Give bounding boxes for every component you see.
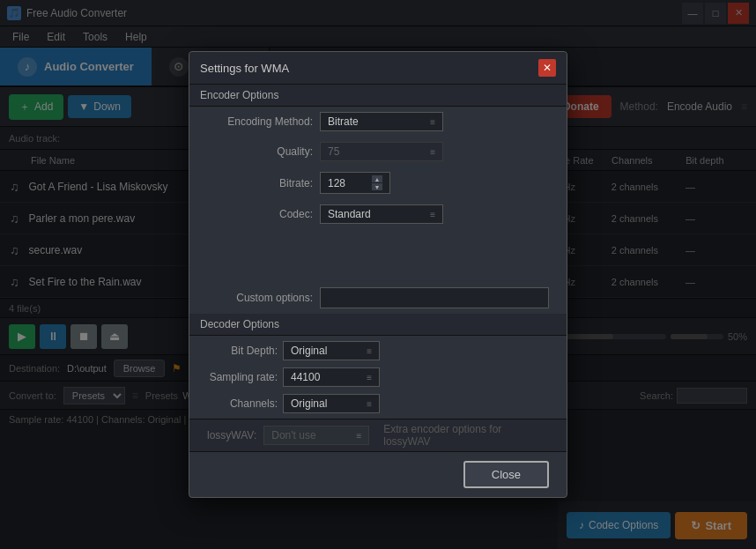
sampling-rate-label: Sampling rate: bbox=[207, 371, 278, 383]
codec-row: Codec: Standard ≡ bbox=[189, 199, 567, 229]
modal-overlay: Settings for WMA ✕ Encoder Options Encod… bbox=[0, 0, 756, 549]
channels-label: Channels: bbox=[207, 397, 278, 410]
encoder-section-header: Encoder Options bbox=[189, 85, 567, 107]
bitrate-value: 128 bbox=[328, 177, 345, 189]
modal-header: Settings for WMA ✕ bbox=[189, 52, 567, 85]
custom-label: Custom options: bbox=[207, 292, 313, 304]
channels-item: Channels: Original ≡ bbox=[207, 394, 380, 413]
custom-input[interactable] bbox=[320, 287, 549, 308]
codec-control[interactable]: Standard ≡ bbox=[320, 204, 443, 224]
bitrate-up[interactable]: ▲ bbox=[372, 175, 382, 182]
quality-value: 75 bbox=[328, 145, 339, 158]
expand-icon: ≡ bbox=[430, 117, 435, 127]
expand-icon: ≡ bbox=[367, 373, 372, 382]
sampling-rate-item: Sampling rate: 44100 ≡ bbox=[207, 367, 380, 387]
lossywav-value: Don't use bbox=[271, 429, 315, 441]
modal-close-btn[interactable]: Close bbox=[463, 461, 549, 488]
decoder-section-header: Decoder Options bbox=[189, 314, 567, 336]
sampling-rate-control[interactable]: 44100 ≡ bbox=[283, 367, 380, 387]
extra-label: Extra encoder options for lossyWAV bbox=[376, 423, 549, 448]
bit-depth-value: Original bbox=[291, 345, 327, 357]
codec-label: Codec: bbox=[207, 208, 313, 220]
bit-depth-control[interactable]: Original ≡ bbox=[283, 341, 380, 360]
bit-depth-item: Bit Depth: Original ≡ bbox=[207, 341, 380, 360]
encoding-method-value: Bitrate bbox=[328, 115, 359, 128]
bitrate-row: Bitrate: 128 ▲ ▼ bbox=[189, 167, 567, 199]
expand-icon: ≡ bbox=[430, 210, 435, 219]
settings-modal: Settings for WMA ✕ Encoder Options Encod… bbox=[189, 51, 567, 498]
bitrate-control[interactable]: 128 ▲ ▼ bbox=[320, 172, 390, 194]
lossywav-label: lossyWAV: bbox=[207, 429, 256, 441]
encoding-method-row: Encoding Method: Bitrate ≡ bbox=[189, 107, 567, 137]
encoding-method-label: Encoding Method: bbox=[207, 115, 313, 128]
modal-footer: Close bbox=[189, 451, 567, 497]
lossywav-control: Don't use ≡ bbox=[263, 426, 369, 445]
channels-value: Original bbox=[291, 397, 327, 410]
decoder-options: Bit Depth: Original ≡ Sampling rate: 441… bbox=[189, 336, 567, 419]
expand-icon: ≡ bbox=[430, 147, 435, 157]
expand-icon: ≡ bbox=[367, 399, 372, 409]
custom-options-row: Custom options: bbox=[189, 282, 567, 314]
bitrate-down[interactable]: ▼ bbox=[372, 183, 382, 190]
expand-icon: ≡ bbox=[367, 346, 372, 356]
bitrate-spinner[interactable]: ▲ ▼ bbox=[372, 175, 382, 190]
lossywav-row: lossyWAV: Don't use ≡ Extra encoder opti… bbox=[189, 419, 567, 451]
encoding-method-control[interactable]: Bitrate ≡ bbox=[320, 112, 443, 131]
sampling-rate-value: 44100 bbox=[291, 371, 320, 383]
channels-control[interactable]: Original ≡ bbox=[283, 394, 380, 413]
bitrate-label: Bitrate: bbox=[207, 177, 313, 189]
codec-value: Standard bbox=[328, 208, 371, 220]
modal-title: Settings for WMA bbox=[200, 62, 289, 75]
modal-close-button[interactable]: ✕ bbox=[538, 59, 556, 77]
quality-control: 75 ≡ bbox=[320, 142, 443, 161]
quality-label: Quality: bbox=[207, 145, 313, 158]
expand-icon: ≡ bbox=[356, 431, 361, 441]
bit-depth-label: Bit Depth: bbox=[207, 345, 278, 357]
quality-row: Quality: 75 ≡ bbox=[189, 137, 567, 167]
